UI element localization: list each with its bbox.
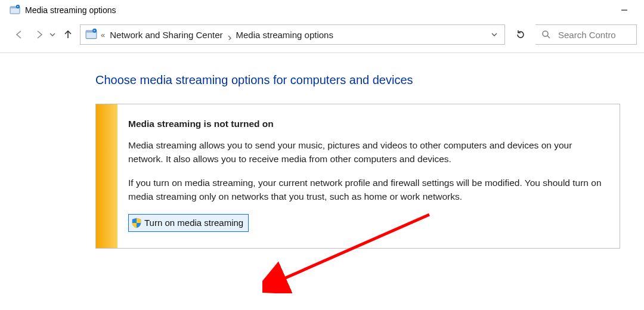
notice-paragraph-1: Media streaming allows you to send your … [128, 139, 605, 166]
warning-stripe [96, 104, 117, 248]
back-button[interactable] [11, 26, 27, 43]
address-history-dropdown[interactable] [485, 25, 502, 44]
nav-row: « Network and Sharing Center Media strea… [0, 20, 644, 49]
search-box[interactable] [535, 24, 637, 45]
window-title: Media streaming options [25, 5, 116, 15]
refresh-button[interactable] [509, 24, 532, 45]
turn-on-media-streaming-button[interactable]: Turn on media streaming [128, 214, 249, 232]
search-input[interactable] [557, 29, 633, 41]
titlebar: Media streaming options [0, 0, 644, 20]
svg-point-9 [543, 31, 548, 36]
up-button[interactable] [60, 26, 76, 43]
notice-panel: Media streaming is not turned on Media s… [95, 104, 620, 249]
minimize-button[interactable] [611, 1, 638, 19]
address-bar[interactable]: « Network and Sharing Center Media strea… [80, 24, 505, 45]
notice-body: Media streaming is not turned on Media s… [117, 104, 620, 248]
app-icon [10, 5, 20, 16]
chevron-right-icon [228, 33, 231, 36]
recent-locations-dropdown[interactable] [49, 26, 56, 43]
notice-paragraph-2: If you turn on media streaming, your cur… [128, 176, 605, 203]
search-icon [541, 30, 551, 39]
shield-icon [131, 218, 142, 228]
svg-line-10 [547, 36, 550, 38]
turn-on-button-label: Turn on media streaming [144, 216, 243, 230]
notice-title: Media streaming is not turned on [128, 117, 605, 131]
breadcrumb-overflow[interactable]: « [101, 30, 105, 39]
location-icon [85, 29, 97, 41]
content-area: Choose media streaming options for compu… [0, 53, 644, 249]
breadcrumb-media-streaming[interactable]: Media streaming options [236, 30, 333, 40]
breadcrumb-network-sharing[interactable]: Network and Sharing Center [110, 30, 222, 40]
breadcrumb: « Network and Sharing Center Media strea… [101, 30, 485, 40]
page-heading: Choose media streaming options for compu… [95, 73, 644, 87]
forward-button[interactable] [31, 26, 48, 43]
